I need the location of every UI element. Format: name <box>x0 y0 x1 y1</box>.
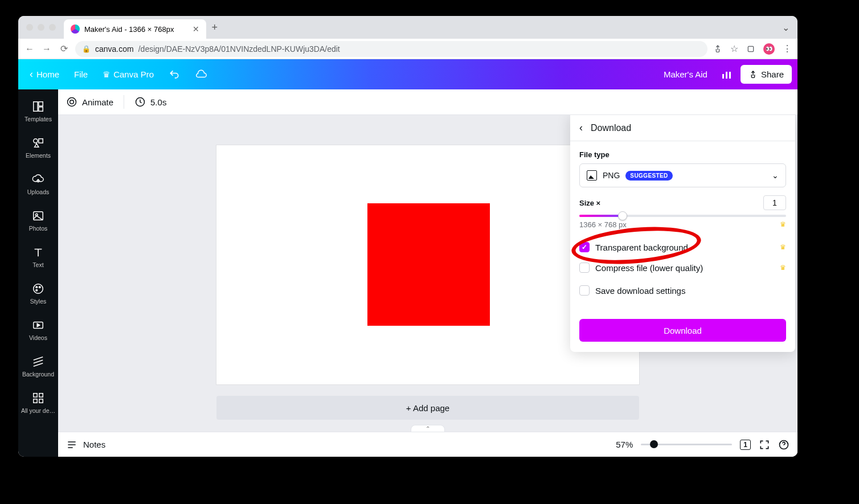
notes-button[interactable]: Notes <box>66 439 105 450</box>
toolbar-divider <box>124 95 124 109</box>
transparent-bg-label: Transparent background <box>595 243 688 252</box>
window-controls[interactable] <box>18 24 64 31</box>
save-settings-label: Save download settings <box>595 286 685 296</box>
browser-tab[interactable]: Maker's Aid - 1366 × 768px ✕ <box>64 19 206 39</box>
sidebar-item-label: Templates <box>24 116 52 122</box>
zoom-slider[interactable] <box>641 444 732 445</box>
nav-forward-icon[interactable]: → <box>41 44 52 54</box>
svg-point-11 <box>36 289 38 291</box>
size-input[interactable] <box>763 195 786 210</box>
transparent-bg-option[interactable]: ✓ Transparent background ♛ <box>579 237 786 257</box>
canvas-shape-rectangle[interactable] <box>367 203 490 326</box>
help-icon[interactable] <box>778 439 790 450</box>
canvas-column: Animate 5.0s + Add page ⌃ <box>58 89 797 457</box>
size-slider[interactable] <box>579 215 786 217</box>
save-settings-option[interactable]: Save download settings <box>579 280 786 301</box>
traffic-light-max-icon[interactable] <box>49 24 56 31</box>
add-page-button[interactable]: + Add page <box>216 396 639 420</box>
canva-app: ‹ Home File ♛ Canva Pro Maker's Aid Shar… <box>18 59 797 457</box>
slider-thumb[interactable] <box>618 211 627 220</box>
sidebar-item-uploads[interactable]: Uploads <box>18 166 58 202</box>
tab-close-icon[interactable]: ✕ <box>193 24 199 34</box>
fullscreen-icon[interactable] <box>759 439 770 450</box>
workspace: Templates Elements Uploads Photos Text <box>18 89 797 457</box>
share-label: Share <box>761 69 784 79</box>
browser-actions: ☆ 👀 ⋮ <box>713 43 792 55</box>
back-to-home-button[interactable]: ‹ Home <box>24 65 65 84</box>
sidebar-item-designs[interactable]: All your de… <box>18 384 58 421</box>
home-label: Home <box>36 69 59 79</box>
url-path: /design/DAE-NzV3p8A/01NVINzdedLNP-KUWju3… <box>138 44 340 54</box>
tool-sidebar: Templates Elements Uploads Photos Text <box>18 89 58 457</box>
svg-point-8 <box>34 284 43 294</box>
sidebar-item-templates[interactable]: Templates <box>18 93 58 129</box>
extension-icon[interactable] <box>746 44 755 54</box>
download-button[interactable]: Download <box>579 319 786 342</box>
nav-back-icon[interactable]: ← <box>24 44 35 54</box>
slider-fill <box>579 215 621 217</box>
transparent-bg-checkbox[interactable]: ✓ <box>579 242 590 252</box>
svg-rect-1 <box>34 102 38 112</box>
share-button[interactable]: Share <box>741 65 792 84</box>
sidebar-item-background[interactable]: Background <box>18 348 58 384</box>
svg-point-18 <box>70 100 74 104</box>
zoom-value: 57% <box>616 440 633 449</box>
elements-icon <box>31 136 45 150</box>
status-bar: Notes 57% 1 <box>58 432 797 457</box>
svg-rect-15 <box>34 399 37 403</box>
clock-icon <box>134 96 146 108</box>
compress-option[interactable]: Compress file (lower quality) ♛ <box>579 257 786 278</box>
file-type-select[interactable]: PNG SUGGESTED ⌄ <box>579 163 786 187</box>
image-icon <box>587 170 597 181</box>
sidebar-item-videos[interactable]: Videos <box>18 312 58 348</box>
canvas-viewport[interactable]: + Add page ⌃ ‹ Download File type PNG <box>58 115 797 432</box>
duration-button[interactable]: 5.0s <box>134 96 166 108</box>
sidebar-item-photos[interactable]: Photos <box>18 202 58 239</box>
panel-back-icon[interactable]: ‹ <box>579 122 583 134</box>
sidebar-item-elements[interactable]: Elements <box>18 129 58 166</box>
styles-icon <box>31 282 45 296</box>
canva-favicon-icon <box>71 24 80 34</box>
share-page-icon[interactable] <box>713 44 722 54</box>
project-name[interactable]: Maker's Aid <box>658 66 713 83</box>
undo-button[interactable] <box>163 65 186 84</box>
url-field[interactable]: 🔒 canva.com/design/DAE-NzV3p8A/01NVINzde… <box>75 41 707 57</box>
videos-icon <box>31 318 45 332</box>
insights-button[interactable] <box>717 67 737 82</box>
page-count-badge[interactable]: 1 <box>740 440 751 450</box>
animate-label: Animate <box>82 97 113 107</box>
context-toolbar: Animate 5.0s <box>58 89 797 115</box>
animate-icon <box>66 96 77 108</box>
bookmark-icon[interactable]: ☆ <box>730 43 738 54</box>
url-domain: canva.com <box>95 44 134 54</box>
page-drawer-toggle[interactable]: ⌃ <box>411 425 445 432</box>
tab-overflow-icon[interactable]: ⌄ <box>782 22 790 33</box>
download-panel-header: ‹ Download <box>570 115 795 141</box>
svg-rect-16 <box>39 399 43 403</box>
background-icon <box>31 355 45 368</box>
zoom-slider-thumb[interactable] <box>650 440 658 448</box>
profile-avatar-icon[interactable]: 👀 <box>763 43 775 55</box>
templates-icon <box>31 100 45 113</box>
crown-icon: ♛ <box>780 264 786 272</box>
sidebar-item-text[interactable]: Text <box>18 239 58 275</box>
size-label: Size × <box>579 199 600 207</box>
traffic-light-min-icon[interactable] <box>38 24 44 31</box>
animate-button[interactable]: Animate <box>66 96 113 108</box>
plan-badge[interactable]: ♛ Canva Pro <box>97 66 159 83</box>
browser-menu-icon[interactable]: ⋮ <box>783 43 792 54</box>
svg-rect-14 <box>39 394 43 397</box>
sidebar-item-styles[interactable]: Styles <box>18 275 58 312</box>
new-tab-icon[interactable]: + <box>212 22 218 34</box>
file-menu[interactable]: File <box>68 66 93 83</box>
svg-rect-13 <box>34 394 37 397</box>
sidebar-item-label: Background <box>22 371 54 378</box>
save-settings-checkbox[interactable] <box>579 285 590 296</box>
download-panel: ‹ Download File type PNG SUGGESTED ⌄ <box>570 115 795 352</box>
svg-rect-5 <box>39 139 43 143</box>
compress-checkbox[interactable] <box>579 263 590 273</box>
compress-label: Compress file (lower quality) <box>595 263 703 273</box>
traffic-light-close-icon[interactable] <box>26 24 33 31</box>
suggested-badge: SUGGESTED <box>625 171 672 181</box>
nav-reload-icon[interactable]: ⟳ <box>58 43 69 54</box>
